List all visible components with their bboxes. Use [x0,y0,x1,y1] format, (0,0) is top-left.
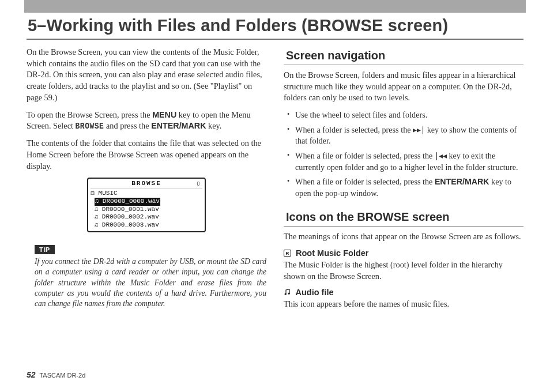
tip-badge: TIP [35,245,55,254]
page-number: 52 [27,370,36,379]
nav-paragraph: On the Browse Screen, folders and music … [284,70,523,104]
top-grey-bar [24,0,526,13]
enter-mark-key-label: ENTER/MARK [435,177,489,186]
svg-point-2 [285,293,287,295]
text: To open the Browse Screen, press the [27,110,152,119]
audio-file-paragraph: This icon appears before the names of mu… [284,299,523,310]
battery-icon: ▯ [197,180,201,188]
display-row-selected: ♫ DR0000_0000.wav [91,198,202,206]
display-row: ♫ DR0000_0003.wav [91,221,202,229]
music-note-icon [284,288,291,297]
list-item: When a file or folder is selected, press… [284,176,523,199]
nav-bullet-list: Use the wheel to select files and folder… [284,110,523,199]
device-display: BROWSE ▯ ⧈ MUSIC ♫ DR0000_0000.wav ♫ DR0… [87,178,206,232]
menu-key-label: MENU [152,110,176,119]
tip-body: If you connect the DR-2d with a computer… [27,255,266,310]
rewind-icon: ∣◂◂ [435,151,447,160]
audio-file-subheading: Audio file [284,288,523,297]
chapter-heading: 5–Working with Files and Folders (BROWSE… [27,14,523,40]
root-folder-paragraph: The Music Folder is the highest (root) l… [284,259,523,282]
icons-paragraph: The meanings of icons that appear on the… [284,231,523,243]
display-selected-file: ♫ DR0000_0000.wav [95,198,160,206]
text: When a file or folder is selected, press… [295,177,435,186]
svg-point-3 [288,293,290,295]
display-title-text: BROWSE [131,180,161,187]
fast-forward-icon: ▸▸∣ [413,125,425,134]
display-row: ♫ DR0000_0001.wav [91,206,202,214]
page-footer: 52 TASCAM DR-2d [27,370,85,379]
text: When a file or folder is selected, press… [295,151,435,160]
svg-text:R: R [286,251,289,256]
intro-paragraph: On the Browse Screen, you can view the c… [27,47,266,104]
list-item: When a folder is selected, press the ▸▸∣… [284,125,523,147]
list-item: Use the wheel to select files and folder… [284,110,523,121]
icons-heading: Icons on the BROWSE screen [284,209,523,227]
root-music-folder-subheading: R Root Music Folder [284,248,523,258]
screen-navigation-heading: Screen navigation [284,48,523,65]
enter-mark-key-label: ENTER/MARK [151,121,206,130]
root-folder-icon: R [284,249,291,258]
text: When a folder is selected, press the [295,125,413,134]
list-item: When a file or folder is selected, press… [284,150,523,173]
right-column: Screen navigation On the Browse Screen, … [284,47,523,316]
text: and press the [104,121,151,130]
left-column: On the Browse Screen, you can view the c… [27,47,266,316]
subheading-text: Audio file [296,288,334,297]
open-browse-paragraph: To open the Browse Screen, press the MEN… [27,110,266,133]
display-row: ♫ DR0000_0002.wav [91,213,202,221]
product-name: TASCAM DR-2d [39,372,85,379]
contents-paragraph: The contents of the folder that contains… [27,138,266,172]
two-column-layout: On the Browse Screen, you can view the c… [27,47,523,316]
display-title: BROWSE ▯ [91,180,202,189]
text: key. [206,121,221,130]
subheading-text: Root Music Folder [296,248,368,258]
device-display-figure: BROWSE ▯ ⧈ MUSIC ♫ DR0000_0000.wav ♫ DR0… [87,178,206,232]
display-row-root: ⧈ MUSIC [91,190,202,198]
browse-menu-item: BROWSE [76,121,104,133]
